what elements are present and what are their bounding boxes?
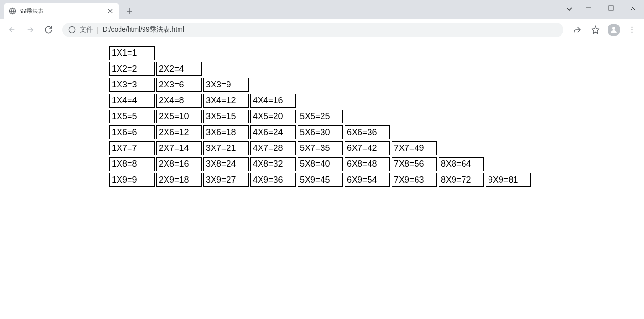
maximize-button[interactable] — [600, 0, 622, 15]
tab-strip: 99乘法表 — [0, 0, 644, 19]
table-cell: 6X7=42 — [345, 141, 390, 155]
table-cell: 3X4=12 — [203, 94, 249, 108]
close-icon[interactable] — [107, 7, 114, 15]
table-cell: 2X4=8 — [156, 94, 202, 108]
globe-icon — [9, 7, 16, 15]
table-cell: 3X9=27 — [203, 173, 249, 187]
table-row: 1X4=42X4=83X4=124X4=16 — [109, 94, 644, 108]
table-cell: 2X5=10 — [156, 110, 202, 123]
address-separator: | — [97, 26, 99, 34]
table-cell: 3X7=21 — [203, 141, 249, 155]
table-cell: 7X7=49 — [392, 141, 437, 155]
table-cell: 6X9=54 — [345, 173, 390, 187]
table-cell: 7X8=56 — [392, 157, 437, 171]
table-cell: 9X9=81 — [486, 173, 531, 187]
table-cell: 1X4=4 — [109, 94, 155, 108]
table-cell: 2X6=12 — [156, 125, 202, 139]
table-cell: 5X9=45 — [298, 173, 343, 187]
share-icon[interactable] — [569, 22, 585, 38]
table-cell: 4X6=24 — [250, 125, 296, 139]
table-cell: 1X2=2 — [109, 62, 155, 76]
table-cell: 2X9=18 — [156, 173, 202, 187]
table-cell: 2X2=4 — [156, 62, 202, 76]
table-cell: 5X8=40 — [298, 157, 343, 171]
svg-point-4 — [632, 26, 633, 28]
browser-tab[interactable]: 99乘法表 — [4, 3, 119, 19]
table-cell: 5X6=30 — [298, 125, 343, 139]
table-cell: 2X8=16 — [156, 157, 202, 171]
table-cell: 6X8=48 — [345, 157, 390, 171]
table-cell: 5X7=35 — [298, 141, 343, 155]
back-button[interactable] — [4, 22, 20, 38]
table-cell: 6X6=36 — [345, 125, 390, 139]
address-prefix: 文件 — [80, 25, 93, 34]
table-row: 1X8=82X8=163X8=244X8=325X8=406X8=487X8=5… — [109, 157, 644, 171]
menu-icon[interactable] — [624, 22, 640, 38]
tab-title: 99乘法表 — [20, 7, 103, 15]
table-row: 1X5=52X5=103X5=154X5=205X5=25 — [109, 110, 644, 123]
address-bar[interactable]: 文件 | D:/code/html/99乘法表.html — [62, 23, 563, 37]
multiplication-table: 1X1=11X2=22X2=41X3=32X3=63X3=91X4=42X4=8… — [109, 46, 644, 187]
table-row: 1X9=92X9=183X9=274X9=365X9=456X9=547X9=6… — [109, 173, 644, 187]
table-cell: 3X5=15 — [203, 110, 249, 123]
table-cell: 3X6=18 — [203, 125, 249, 139]
address-path: D:/code/html/99乘法表.html — [103, 25, 184, 34]
table-cell: 5X5=25 — [298, 110, 343, 123]
profile-avatar[interactable] — [608, 24, 620, 36]
table-row: 1X6=62X6=123X6=184X6=245X6=306X6=36 — [109, 125, 644, 139]
table-cell: 3X8=24 — [203, 157, 249, 171]
tabs-dropdown-icon[interactable] — [561, 3, 577, 14]
table-cell: 1X3=3 — [109, 78, 155, 92]
table-cell: 1X1=1 — [109, 46, 155, 60]
table-cell: 4X9=36 — [250, 173, 296, 187]
table-cell: 3X3=9 — [203, 78, 249, 92]
table-cell: 4X7=28 — [250, 141, 296, 155]
close-window-button[interactable] — [622, 0, 644, 15]
table-cell: 1X6=6 — [109, 125, 155, 139]
table-cell: 1X7=7 — [109, 141, 155, 155]
table-cell: 1X9=9 — [109, 173, 155, 187]
table-row: 1X1=1 — [109, 46, 644, 60]
table-cell: 4X4=16 — [250, 94, 296, 108]
svg-point-5 — [632, 29, 633, 30]
svg-point-6 — [632, 31, 633, 33]
new-tab-button[interactable] — [123, 4, 136, 18]
table-row: 1X7=72X7=143X7=214X7=285X7=356X7=427X7=4… — [109, 141, 644, 155]
info-icon[interactable] — [68, 26, 76, 34]
toolbar: 文件 | D:/code/html/99乘法表.html — [0, 19, 644, 40]
svg-point-3 — [612, 27, 615, 30]
minimize-button[interactable] — [578, 0, 600, 15]
table-cell: 2X3=6 — [156, 78, 202, 92]
svg-rect-1 — [609, 6, 613, 10]
reload-button[interactable] — [40, 22, 57, 38]
table-cell: 1X5=5 — [109, 110, 155, 123]
page-content: 1X1=11X2=22X2=41X3=32X3=63X3=91X4=42X4=8… — [0, 40, 644, 187]
forward-button[interactable] — [22, 22, 38, 38]
table-cell: 8X9=72 — [439, 173, 484, 187]
table-cell: 7X9=63 — [392, 173, 437, 187]
toolbar-right — [569, 22, 640, 38]
browser-chrome: 99乘法表 — [0, 0, 644, 40]
table-cell: 4X5=20 — [250, 110, 296, 123]
table-cell: 2X7=14 — [156, 141, 202, 155]
table-cell: 8X8=64 — [439, 157, 484, 171]
table-cell: 4X8=32 — [250, 157, 296, 171]
window-controls — [578, 0, 644, 15]
table-row: 1X2=22X2=4 — [109, 62, 644, 76]
bookmark-star-icon[interactable] — [587, 22, 604, 38]
table-row: 1X3=32X3=63X3=9 — [109, 78, 644, 92]
table-cell: 1X8=8 — [109, 157, 155, 171]
